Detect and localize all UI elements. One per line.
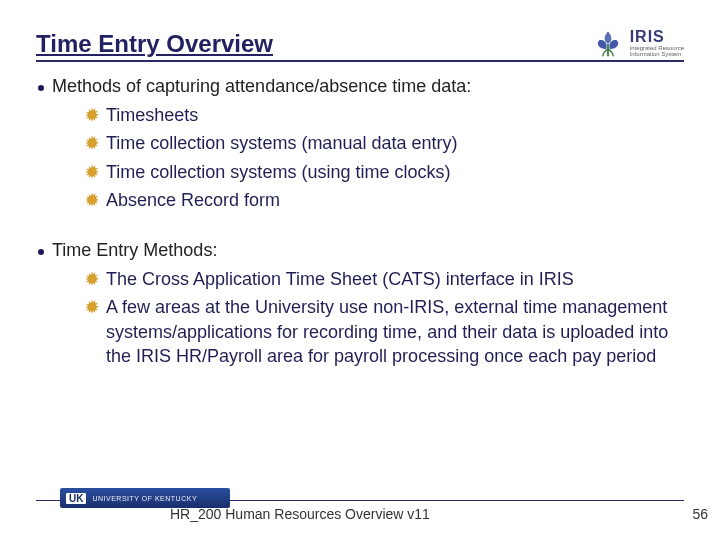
list-item: The Cross Application Time Sheet (CATS) … [82,267,682,291]
iris-logo: IRIS Integrated Resource Information Sys… [590,28,684,58]
list-item: A few areas at the University use non-IR… [82,295,682,368]
section-lead-text: Methods of capturing attendance/absence … [52,76,471,97]
list-item: Timesheets [82,103,682,127]
sun-icon [82,269,102,289]
iris-logo-sub2: Information System [630,51,684,57]
slide-footer: UK UNIVERSITY OF KENTUCKY HR_200 Human R… [0,500,720,526]
bullet-dot-icon [38,85,44,91]
slide-content: Methods of capturing attendance/absence … [36,76,684,368]
iris-logo-name: IRIS [630,29,684,45]
sun-icon [82,190,102,210]
list-item: Time collection systems (using time cloc… [82,160,682,184]
section-1: Methods of capturing attendance/absence … [38,76,682,212]
uk-badge-logo: UK [66,493,86,504]
section-items: The Cross Application Time Sheet (CATS) … [38,267,682,368]
footer-text: HR_200 Human Resources Overview v11 [170,506,430,522]
list-item-text: A few areas at the University use non-IR… [106,295,682,368]
page-number: 56 [692,506,708,522]
slide-header: Time Entry Overview IRIS Integrated Reso… [36,28,684,62]
section-lead-text: Time Entry Methods: [52,240,217,261]
uk-badge: UK UNIVERSITY OF KENTUCKY [60,488,230,508]
slide: Time Entry Overview IRIS Integrated Reso… [0,0,720,540]
section-items: Timesheets Time collection systems (manu… [38,103,682,212]
iris-logo-text: IRIS Integrated Resource Information Sys… [630,29,684,57]
sun-icon [82,297,102,317]
uk-badge-text: UNIVERSITY OF KENTUCKY [92,495,197,502]
sun-icon [82,162,102,182]
sun-icon [82,133,102,153]
list-item-text: The Cross Application Time Sheet (CATS) … [106,267,682,291]
sun-icon [82,105,102,125]
list-item: Time collection systems (manual data ent… [82,131,682,155]
section-lead: Methods of capturing attendance/absence … [38,76,682,97]
bullet-dot-icon [38,249,44,255]
iris-flower-icon [590,28,626,58]
list-item: Absence Record form [82,188,682,212]
list-item-text: Absence Record form [106,188,682,212]
slide-title: Time Entry Overview [36,30,273,58]
list-item-text: Time collection systems (using time cloc… [106,160,682,184]
list-item-text: Time collection systems (manual data ent… [106,131,682,155]
list-item-text: Timesheets [106,103,682,127]
section-lead: Time Entry Methods: [38,240,682,261]
section-2: Time Entry Methods: The Cross Applicatio… [38,240,682,368]
